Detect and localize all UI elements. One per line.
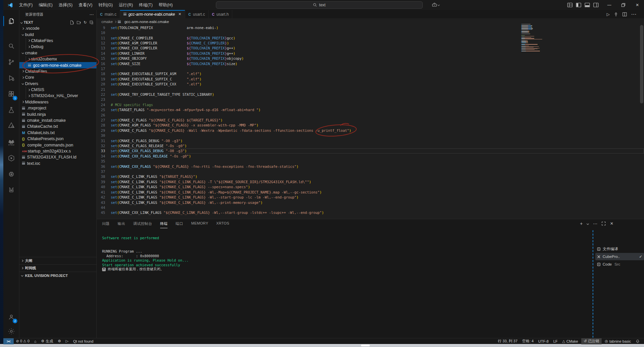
toggle-panel-icon[interactable]: [585, 2, 590, 8]
editor-scrollbar-thumb[interactable]: [640, 25, 643, 103]
qt-status[interactable]: Qt not found: [71, 338, 96, 344]
tree-item-CMakePresets.json[interactable]: {}CMakePresets.json: [19, 136, 96, 142]
menu-item-编辑[interactable]: 编辑(E): [36, 1, 55, 9]
eol[interactable]: LF: [551, 338, 560, 344]
tree-item-CMakeLists.txt[interactable]: MCMakeLists.txt: [19, 130, 96, 136]
run-task[interactable]: ▷: [63, 338, 71, 344]
maximize-panel-icon[interactable]: [602, 222, 606, 226]
menu-item-帮助[interactable]: 帮助(H): [156, 1, 175, 9]
indentation[interactable]: 空格: 4: [520, 338, 536, 344]
sidebar-item-stm32cube[interactable]: STM32: [3, 136, 19, 147]
panel-tab-调试控制台[interactable]: 调试控制台: [133, 221, 152, 228]
restore-button[interactable]: [616, 0, 630, 10]
tree-item-stm32cubemx[interactable]: stm32cubemx: [19, 56, 96, 62]
panel-more-actions-icon[interactable]: ⋯: [593, 221, 597, 226]
account-icon[interactable]: 2: [3, 311, 19, 323]
serial-plug-icon[interactable]: [614, 12, 618, 17]
section-outline[interactable]: 大纲: [19, 257, 96, 264]
tree-item-CMSIS[interactable]: CMSIS: [19, 87, 96, 93]
tree-item-Debug[interactable]: Debug: [19, 44, 96, 50]
tab-usart.c[interactable]: Cusart.c: [185, 10, 209, 18]
encoding[interactable]: UTF-8: [536, 338, 551, 344]
tree-item-CMakeFiles[interactable]: CMakeFiles: [19, 68, 96, 74]
tree-item-Core[interactable]: Core: [19, 74, 96, 80]
menu-item-选择[interactable]: 选择(S): [56, 1, 75, 9]
tree-item-Drivers[interactable]: Drivers: [19, 81, 96, 87]
remote-indicator[interactable]: ><: [3, 338, 14, 344]
tree-item-gcc-arm-none-eabi.cmake[interactable]: gcc-arm-none-eabi.cmake: [19, 62, 96, 68]
panel-tab-端口[interactable]: 端口: [176, 221, 183, 228]
language-mode[interactable]: △CMake: [560, 338, 580, 344]
sidebar-item-search[interactable]: [3, 40, 19, 52]
taskbar-app-button[interactable]: [361, 345, 370, 346]
tree-item-startup_stm32g431xx.s[interactable]: ASMstartup_stm32g431xx.s: [19, 148, 96, 154]
menu-item-查看[interactable]: 查看(V): [76, 1, 95, 9]
section-keil-uvision[interactable]: KEIL UVISION PROJECT: [19, 272, 96, 279]
panel-tab-MEMORY[interactable]: MEMORY: [191, 221, 208, 228]
gear-task[interactable]: ⚙: [55, 338, 63, 344]
tree-item-compile_commands.json[interactable]: {}compile_commands.json: [19, 142, 96, 148]
split-editor-icon[interactable]: [622, 12, 627, 17]
cursor-position[interactable]: 行 33, 列 37: [496, 338, 520, 344]
section-header-text[interactable]: TEXT ↻: [19, 19, 96, 26]
tree-item-STM32G431XX_FLASH.ld[interactable]: STM32G431XX_FLASH.ld: [19, 154, 96, 160]
toolbox-button[interactable]: [432, 2, 439, 7]
menu-item-转到[interactable]: 转到(G): [96, 1, 115, 9]
sidebar-item-run-debug[interactable]: [3, 72, 19, 84]
notifications-bell[interactable]: [633, 338, 642, 344]
new-folder-icon[interactable]: [77, 20, 81, 25]
tabnine-status[interactable]: ◎tabnine basic: [603, 338, 633, 344]
menu-item-运行[interactable]: 运行(R): [116, 1, 135, 9]
tree-item-CMakeCache.txt[interactable]: CMakeCache.txt: [19, 123, 96, 129]
menu-item-文件[interactable]: 文件(F): [16, 1, 35, 9]
close-button[interactable]: ✕: [630, 0, 644, 10]
settings-gear-icon[interactable]: [3, 326, 19, 337]
new-file-icon[interactable]: [70, 20, 74, 25]
tree-item-cmake[interactable]: cmake: [19, 50, 96, 56]
sidebar-item-source-control[interactable]: [3, 56, 19, 68]
tree-item-build.ninja[interactable]: build.ninja: [19, 111, 96, 117]
cubeprogrammer-button[interactable]: CubePro..✓: [595, 253, 644, 260]
sidebar-item-explorer[interactable]: [3, 15, 19, 27]
customize-layout-icon[interactable]: [567, 2, 573, 8]
refresh-icon[interactable]: ↻: [84, 20, 87, 25]
panel-tab-输出[interactable]: 输出: [118, 221, 125, 228]
breadcrumb-file[interactable]: gcc-arm-none-eabi.cmake: [118, 20, 169, 24]
code-editor[interactable]: 9set(TOOLCHAIN_PREFIX arm-none-eabi-)101…: [97, 25, 644, 219]
tree-item-STM32G4xx_HAL_Driver[interactable]: STM32G4xx_HAL_Driver: [19, 93, 96, 99]
menu-item-终端[interactable]: 终端(T): [136, 1, 155, 9]
tab-usart.h[interactable]: Cusart.h: [209, 10, 232, 18]
panel-tab-问题[interactable]: 问题: [102, 221, 110, 228]
minimap[interactable]: [521, 24, 552, 52]
tab-main.c[interactable]: Cmain.c: [97, 10, 120, 18]
minimize-button[interactable]: —: [602, 0, 616, 10]
new-terminal-icon[interactable]: +: [580, 221, 583, 226]
close-tab-icon[interactable]: ✕: [178, 12, 181, 16]
sidebar-item-cmake-tools[interactable]: [3, 152, 19, 164]
close-panel-icon[interactable]: ✕: [610, 221, 613, 226]
tree-item-Middlewares[interactable]: Middlewares: [19, 99, 96, 105]
sidebar-item-tabnine[interactable]: [3, 185, 19, 196]
command-center-search[interactable]: text: [216, 1, 423, 9]
tree-item-CMakeFiles[interactable]: CMakeFiles: [19, 38, 96, 44]
sidebar-item-embedded-chip[interactable]: [3, 168, 19, 180]
tree-item-.vscode[interactable]: .vscode: [19, 25, 96, 31]
windows-taskbar[interactable]: [0, 344, 644, 347]
panel-tab-终端[interactable]: 终端: [160, 221, 168, 228]
toggle-secondary-sidebar-icon[interactable]: [593, 2, 599, 8]
collapse-all-icon[interactable]: [89, 20, 94, 25]
breadcrumb-folder[interactable]: cmake: [101, 20, 113, 24]
tab-gcc-arm-none-eabi.cmake[interactable]: gcc-arm-none-eabi.cmake✕: [120, 10, 185, 18]
toggle-sidebar-icon[interactable]: [576, 2, 581, 8]
tree-item-text.ioc[interactable]: text.ioc: [19, 160, 96, 166]
sidebar-item-testing[interactable]: [3, 104, 19, 116]
panel-tab-XRTOS[interactable]: XRTOS: [216, 221, 229, 228]
explorer-more-actions-icon[interactable]: ⋯: [89, 12, 94, 17]
editor-more-actions-icon[interactable]: ⋯: [631, 11, 636, 17]
compile-file-button[interactable]: 文件编译: [595, 246, 644, 252]
tree-item-build[interactable]: build: [19, 31, 96, 37]
sidebar-item-extensions[interactable]: 1: [3, 88, 19, 100]
run-file-icon[interactable]: ▷: [607, 12, 610, 17]
tree-item-.mxproject[interactable]: .mxproject: [19, 105, 96, 111]
build-task[interactable]: ⚙生成: [39, 338, 55, 344]
